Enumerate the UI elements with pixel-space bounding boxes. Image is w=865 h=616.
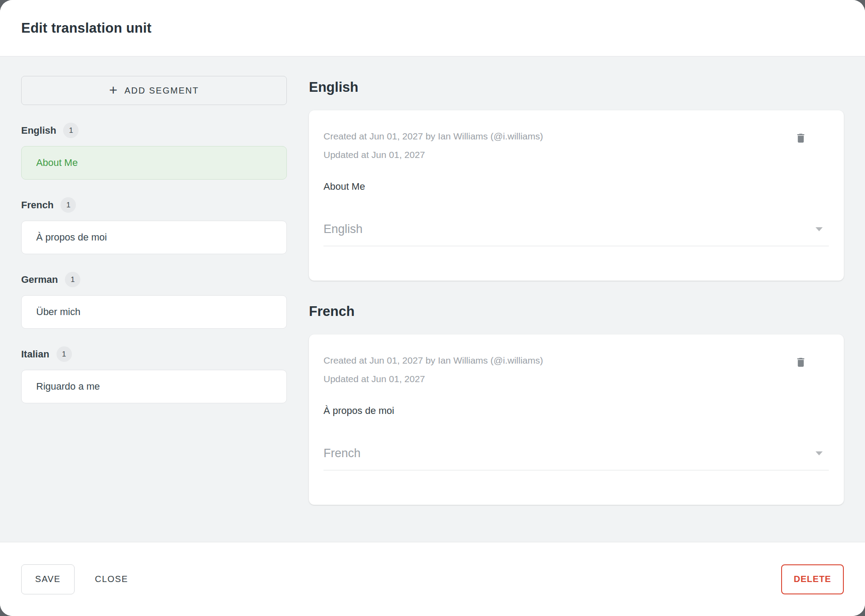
dialog-footer: SAVE CLOSE DELETE: [0, 542, 865, 616]
language-select[interactable]: French: [323, 447, 829, 470]
language-group-header: German 1: [21, 272, 287, 287]
plus-icon: +: [109, 83, 117, 97]
language-label: Italian: [21, 349, 49, 360]
dialog-title: Edit translation unit: [21, 20, 151, 36]
delete-segment-button[interactable]: [793, 130, 809, 146]
card-meta-row: Created at Jun 01, 2027 by Ian Williams …: [323, 127, 829, 164]
language-group-english: English 1 About Me: [21, 123, 287, 180]
updated-line: Updated at Jun 01, 2027: [323, 370, 543, 388]
translation-card: Created at Jun 01, 2027 by Ian Williams …: [309, 334, 844, 505]
add-segment-button[interactable]: + ADD SEGMENT: [21, 76, 287, 105]
card-meta: Created at Jun 01, 2027 by Ian Williams …: [323, 127, 543, 164]
delete-segment-button[interactable]: [793, 354, 809, 371]
segments-sidebar: + ADD SEGMENT English 1 About Me French …: [21, 76, 287, 542]
segment-item-english[interactable]: About Me: [21, 146, 287, 180]
segment-item-french[interactable]: À propos de moi: [21, 221, 287, 254]
edit-translation-unit-dialog: Edit translation unit + ADD SEGMENT Engl…: [0, 0, 865, 616]
segment-text: À propos de moi: [323, 405, 829, 417]
segment-item-german[interactable]: Über mich: [21, 295, 287, 329]
language-label: French: [21, 199, 53, 211]
segment-count-badge: 1: [60, 197, 76, 213]
segment-count-badge: 1: [56, 346, 72, 362]
add-segment-label: ADD SEGMENT: [124, 86, 199, 96]
language-label: English: [21, 125, 56, 136]
language-group-german: German 1 Über mich: [21, 272, 287, 329]
segment-count-badge: 1: [63, 123, 79, 138]
language-select-value: English: [323, 222, 363, 236]
language-label: German: [21, 274, 58, 285]
segment-text: About Me: [323, 181, 829, 192]
language-group-header: English 1: [21, 123, 287, 138]
language-select[interactable]: English: [323, 222, 829, 246]
segment-item-italian[interactable]: Riguardo a me: [21, 370, 287, 403]
dialog-body: + ADD SEGMENT English 1 About Me French …: [0, 56, 865, 542]
dialog-header: Edit translation unit: [0, 0, 865, 56]
chevron-down-icon: [816, 451, 823, 455]
section-heading: French: [309, 304, 844, 319]
card-meta: Created at Jun 01, 2027 by Ian Williams …: [323, 351, 543, 388]
translation-section-french: French Created at Jun 01, 2027 by Ian Wi…: [309, 304, 844, 505]
updated-line: Updated at Jun 01, 2027: [323, 146, 543, 164]
language-group-header: Italian 1: [21, 346, 287, 362]
section-heading: English: [309, 79, 844, 95]
card-meta-row: Created at Jun 01, 2027 by Ian Williams …: [323, 351, 829, 388]
save-button[interactable]: SAVE: [21, 564, 75, 594]
language-group-header: French 1: [21, 197, 287, 213]
close-button[interactable]: CLOSE: [90, 564, 132, 594]
translation-card: Created at Jun 01, 2027 by Ian Williams …: [309, 110, 844, 281]
language-group-italian: Italian 1 Riguardo a me: [21, 346, 287, 403]
translation-section-english: English Created at Jun 01, 2027 by Ian W…: [309, 79, 844, 281]
language-group-french: French 1 À propos de moi: [21, 197, 287, 254]
language-select-value: French: [323, 447, 361, 460]
created-line: Created at Jun 01, 2027 by Ian Williams …: [323, 351, 543, 370]
chevron-down-icon: [816, 227, 823, 231]
segment-count-badge: 1: [65, 272, 80, 287]
created-line: Created at Jun 01, 2027 by Ian Williams …: [323, 127, 543, 146]
translations-main: English Created at Jun 01, 2027 by Ian W…: [309, 76, 844, 542]
trash-icon: [795, 131, 807, 145]
delete-button[interactable]: DELETE: [781, 564, 844, 594]
trash-icon: [795, 356, 807, 369]
